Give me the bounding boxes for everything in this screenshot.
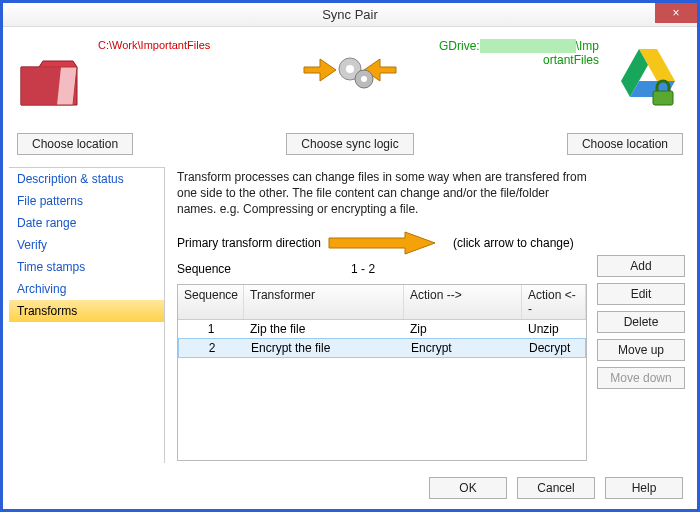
sidebar-item-description-status[interactable]: Description & status bbox=[9, 168, 164, 190]
table-cell: 2 bbox=[179, 339, 245, 357]
move-up-button[interactable]: Move up bbox=[597, 339, 685, 361]
add-button[interactable]: Add bbox=[597, 255, 685, 277]
right-button-column: Add Edit Delete Move up Move down bbox=[597, 255, 685, 461]
choose-location-right-button[interactable]: Choose location bbox=[567, 133, 683, 155]
window-title: Sync Pair bbox=[3, 7, 697, 22]
table-cell: Zip the file bbox=[244, 320, 404, 338]
ok-button[interactable]: OK bbox=[429, 477, 507, 499]
close-icon: × bbox=[672, 6, 679, 20]
table-row[interactable]: 2Encrypt the fileEncryptDecrypt bbox=[178, 338, 586, 358]
primary-direction-label: Primary transform direction bbox=[177, 236, 327, 250]
sidebar-item-verify[interactable]: Verify bbox=[9, 234, 164, 256]
right-path-prefix: GDrive: bbox=[439, 39, 480, 53]
table-cell: Encrypt bbox=[405, 339, 523, 357]
cancel-button[interactable]: Cancel bbox=[517, 477, 595, 499]
sync-pair-window: Sync Pair × C:\Work\ImportantFiles bbox=[0, 0, 700, 512]
sidebar-item-date-range[interactable]: Date range bbox=[9, 212, 164, 234]
right-path-seg3: ortantFiles bbox=[543, 53, 599, 67]
table-cell: 1 bbox=[178, 320, 244, 338]
sequence-row: Sequence 1 - 2 bbox=[177, 262, 587, 276]
direction-arrow-icon[interactable] bbox=[327, 230, 437, 256]
table-cell: Decrypt bbox=[523, 339, 585, 357]
svg-point-5 bbox=[361, 76, 367, 82]
body-row: Description & statusFile patternsDate ra… bbox=[3, 163, 697, 469]
main-panel: Transform processes can change files in … bbox=[165, 163, 697, 469]
primary-direction-row: Primary transform direction (click arrow… bbox=[177, 230, 587, 256]
top-area: C:\Work\ImportantFiles GDrive:xxxxxxxxxx… bbox=[3, 27, 697, 133]
close-button[interactable]: × bbox=[655, 3, 697, 23]
panel-description: Transform processes can change files in … bbox=[177, 169, 587, 218]
left-path: C:\Work\ImportantFiles bbox=[98, 39, 210, 51]
svg-point-3 bbox=[346, 65, 354, 73]
help-button[interactable]: Help bbox=[605, 477, 683, 499]
col-action-rev[interactable]: Action <-- bbox=[522, 285, 586, 319]
choose-location-left-button[interactable]: Choose location bbox=[17, 133, 133, 155]
sidebar-item-file-patterns[interactable]: File patterns bbox=[9, 190, 164, 212]
sequence-label: Sequence bbox=[177, 262, 231, 276]
footer-buttons: OK Cancel Help bbox=[3, 469, 697, 509]
col-sequence[interactable]: Sequence bbox=[178, 285, 244, 319]
right-path: GDrive:xxxxxxxxxxxxxxxx\Imp ortantFiles bbox=[439, 39, 599, 68]
sidebar-item-time-stamps[interactable]: Time stamps bbox=[9, 256, 164, 278]
col-transformer[interactable]: Transformer bbox=[244, 285, 404, 319]
col-action-fwd[interactable]: Action --> bbox=[404, 285, 522, 319]
svg-marker-0 bbox=[304, 59, 336, 81]
choose-sync-logic-button[interactable]: Choose sync logic bbox=[286, 133, 413, 155]
svg-rect-9 bbox=[653, 91, 673, 105]
table-cell: Zip bbox=[404, 320, 522, 338]
transforms-table[interactable]: Sequence Transformer Action --> Action <… bbox=[177, 284, 587, 461]
sidebar: Description & statusFile patternsDate ra… bbox=[9, 167, 165, 463]
table-cell: Encrypt the file bbox=[245, 339, 405, 357]
edit-button[interactable]: Edit bbox=[597, 283, 685, 305]
folder-icon bbox=[17, 53, 81, 111]
sidebar-item-transforms[interactable]: Transforms bbox=[9, 300, 164, 322]
direction-hint: (click arrow to change) bbox=[453, 236, 574, 250]
top-button-row: Choose location Choose sync logic Choose… bbox=[3, 133, 697, 163]
right-path-seg2: \Imp bbox=[576, 39, 599, 53]
sync-logic-icon bbox=[302, 45, 398, 103]
table-header: Sequence Transformer Action --> Action <… bbox=[178, 285, 586, 320]
table-body: 1Zip the fileZipUnzip2Encrypt the fileEn… bbox=[178, 320, 586, 358]
move-down-button[interactable]: Move down bbox=[597, 367, 685, 389]
svg-marker-10 bbox=[329, 232, 435, 254]
sequence-value: 1 - 2 bbox=[351, 262, 375, 276]
titlebar: Sync Pair × bbox=[3, 3, 697, 27]
main-content: Transform processes can change files in … bbox=[177, 169, 587, 461]
table-row[interactable]: 1Zip the fileZipUnzip bbox=[178, 320, 586, 338]
sidebar-item-archiving[interactable]: Archiving bbox=[9, 278, 164, 300]
google-drive-icon bbox=[617, 45, 679, 107]
table-cell: Unzip bbox=[522, 320, 586, 338]
delete-button[interactable]: Delete bbox=[597, 311, 685, 333]
